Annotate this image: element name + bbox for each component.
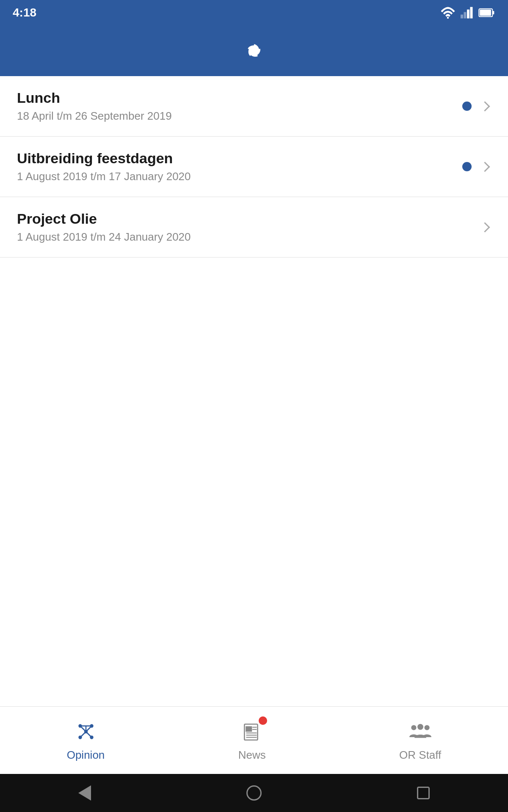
news-label: News bbox=[238, 749, 266, 762]
news-list: Lunch 18 April t/m 26 September 2019 Uit… bbox=[0, 76, 508, 706]
list-item-indicators bbox=[462, 160, 491, 173]
opinion-label: Opinion bbox=[67, 749, 105, 762]
android-home-button[interactable] bbox=[243, 782, 265, 804]
list-item-date: 18 April t/m 26 September 2019 bbox=[17, 110, 462, 123]
svg-rect-2 bbox=[464, 12, 467, 19]
svg-point-0 bbox=[447, 17, 449, 19]
signal-icon bbox=[461, 7, 473, 19]
svg-rect-18 bbox=[246, 727, 251, 731]
app-header bbox=[0, 25, 508, 76]
or-staff-icon-wrap bbox=[408, 719, 433, 744]
list-item-title: Uitbreiding feestdagen bbox=[17, 150, 462, 167]
android-recents-button[interactable] bbox=[413, 782, 434, 804]
android-nav-bar bbox=[0, 774, 508, 812]
news-icon-wrap bbox=[239, 719, 265, 744]
bottom-nav: Opinion News bbox=[0, 706, 508, 774]
status-bar: 4:18 bbox=[0, 0, 508, 25]
android-back-icon bbox=[78, 785, 91, 801]
or-staff-label: OR Staff bbox=[399, 749, 441, 762]
list-item-content: Uitbreiding feestdagen 1 August 2019 t/m… bbox=[17, 150, 462, 183]
app-logo bbox=[239, 36, 269, 66]
list-item[interactable]: Uitbreiding feestdagen 1 August 2019 t/m… bbox=[0, 137, 508, 197]
wifi-icon bbox=[440, 7, 456, 19]
list-item-title: Lunch bbox=[17, 90, 462, 106]
status-time: 4:18 bbox=[13, 6, 36, 19]
tab-opinion[interactable]: Opinion bbox=[50, 712, 122, 768]
list-item-date: 1 August 2019 t/m 24 January 2020 bbox=[17, 230, 478, 244]
chevron-right-icon bbox=[478, 221, 491, 233]
list-item[interactable]: Project Olie 1 August 2019 t/m 24 Januar… bbox=[0, 197, 508, 258]
list-item-indicators bbox=[478, 221, 491, 233]
chevron-right-icon bbox=[478, 100, 491, 112]
list-item-indicators bbox=[462, 100, 491, 112]
unread-dot bbox=[462, 162, 472, 171]
svg-point-26 bbox=[424, 725, 429, 730]
svg-rect-1 bbox=[461, 15, 463, 19]
status-icons bbox=[440, 7, 495, 19]
list-item-content: Project Olie 1 August 2019 t/m 24 Januar… bbox=[17, 211, 478, 244]
news-badge bbox=[259, 716, 267, 725]
list-item[interactable]: Lunch 18 April t/m 26 September 2019 bbox=[0, 76, 508, 137]
svg-rect-6 bbox=[480, 10, 491, 16]
tab-news[interactable]: News bbox=[221, 712, 283, 768]
svg-point-24 bbox=[411, 725, 416, 730]
chevron-right-icon bbox=[478, 160, 491, 173]
android-back-button[interactable] bbox=[74, 782, 95, 804]
android-recents-icon bbox=[417, 787, 430, 799]
tab-or-staff[interactable]: OR Staff bbox=[382, 712, 458, 768]
svg-rect-3 bbox=[467, 10, 469, 19]
opinion-icon-wrap bbox=[73, 719, 99, 744]
android-home-icon bbox=[246, 785, 262, 801]
svg-point-25 bbox=[417, 724, 423, 730]
list-item-title: Project Olie bbox=[17, 211, 478, 227]
battery-icon bbox=[478, 8, 495, 18]
svg-rect-4 bbox=[470, 7, 473, 19]
svg-rect-7 bbox=[492, 11, 494, 14]
list-item-content: Lunch 18 April t/m 26 September 2019 bbox=[17, 90, 462, 123]
unread-dot bbox=[462, 102, 472, 111]
or-staff-icon bbox=[409, 721, 431, 743]
news-icon bbox=[241, 721, 263, 743]
list-item-date: 1 August 2019 t/m 17 January 2020 bbox=[17, 170, 462, 183]
opinion-icon bbox=[75, 721, 97, 743]
